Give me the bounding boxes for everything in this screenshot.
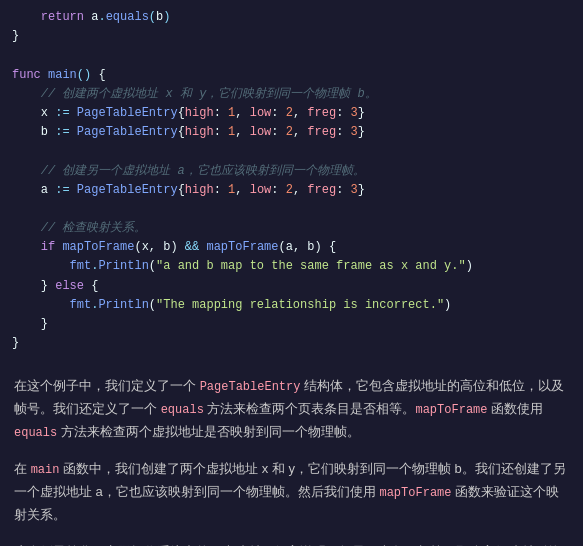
var: a <box>286 240 293 254</box>
code-line-blank <box>12 46 571 65</box>
brace: { <box>178 106 185 120</box>
comma: , <box>235 125 242 139</box>
num: 3 <box>351 125 358 139</box>
num: 2 <box>286 125 293 139</box>
brace: } <box>12 336 19 350</box>
paren: ( <box>278 240 285 254</box>
field: high <box>185 183 214 197</box>
colon: : <box>271 183 278 197</box>
keyword: return <box>41 10 84 24</box>
code-line: b := PageTableEntry{high: 1, low: 2, fre… <box>12 123 571 142</box>
brace: } <box>358 106 365 120</box>
brace: { <box>178 125 185 139</box>
colon: : <box>214 106 221 120</box>
keyword: func <box>12 68 41 82</box>
comma: , <box>149 240 156 254</box>
func-call: Println <box>98 298 148 312</box>
paren: ) <box>466 259 473 273</box>
pkg: fmt <box>70 298 92 312</box>
brace: } <box>12 29 19 43</box>
field: freg <box>307 125 336 139</box>
comment-text: // 检查映射关系。 <box>41 221 147 235</box>
code-line: return a.equals(b) <box>12 8 571 27</box>
inline-code: PageTableEntry <box>200 380 301 394</box>
field: low <box>250 183 272 197</box>
code-line: fmt.Println("The mapping relationship is… <box>12 296 571 315</box>
field: high <box>185 106 214 120</box>
code-comment: // 创建两个虚拟地址 x 和 y，它们映射到同一个物理帧 b。 <box>12 85 571 104</box>
type-name: PageTableEntry <box>77 183 178 197</box>
brace: } <box>41 317 48 331</box>
code-line: a := PageTableEntry{high: 1, low: 2, fre… <box>12 181 571 200</box>
var: x <box>41 106 48 120</box>
code-line: fmt.Println("a and b map to the same fra… <box>12 257 571 276</box>
num: 2 <box>286 183 293 197</box>
paren: ( <box>149 259 156 273</box>
comma: , <box>293 125 300 139</box>
code-line-blank <box>12 200 571 219</box>
pkg: fmt <box>70 259 92 273</box>
func-call: mapToFrame <box>206 240 278 254</box>
comma: , <box>235 106 242 120</box>
main-container: return a.equals(b) } func main() { // 创建… <box>0 0 583 546</box>
prose-paragraph-2: 在 main 函数中，我们创建了两个虚拟地址 x 和 y，它们映射到同一个物理帧… <box>14 458 569 527</box>
code-block: return a.equals(b) } func main() { // 创建… <box>0 0 583 365</box>
paren: ( <box>149 298 156 312</box>
code-line: } else { <box>12 277 571 296</box>
brace: } <box>358 183 365 197</box>
paren: ) <box>444 298 451 312</box>
inline-code: equals <box>161 403 204 417</box>
paren: ( <box>134 240 141 254</box>
var: x <box>142 240 149 254</box>
punct: ) <box>163 10 170 24</box>
prose-block: 在这个例子中，我们定义了一个 PageTableEntry 结构体，它包含虚拟地… <box>0 365 583 546</box>
brace: } <box>358 125 365 139</box>
inline-code: mapToFrame <box>379 486 451 500</box>
code-line-blank <box>12 142 571 161</box>
num: 2 <box>286 106 293 120</box>
punct: () <box>77 68 91 82</box>
code-line: } <box>12 334 571 353</box>
colon: : <box>214 125 221 139</box>
var: a <box>41 183 48 197</box>
field: high <box>185 125 214 139</box>
comma: , <box>293 106 300 120</box>
code-line: func main() { <box>12 66 571 85</box>
code-line: } <box>12 27 571 46</box>
code-line: x := PageTableEntry{high: 1, low: 2, fre… <box>12 104 571 123</box>
punct: := <box>55 106 69 120</box>
comma: , <box>293 183 300 197</box>
paren: ) <box>315 240 322 254</box>
comma: , <box>235 183 242 197</box>
var: b <box>41 125 48 139</box>
brace: { <box>91 279 98 293</box>
paren: ) <box>170 240 177 254</box>
field: low <box>250 106 272 120</box>
punct: ( <box>149 10 156 24</box>
colon: : <box>336 125 343 139</box>
field: freg <box>307 183 336 197</box>
inline-code: main <box>31 463 60 477</box>
field: freg <box>307 106 336 120</box>
colon: : <box>271 106 278 120</box>
inline-code: equals <box>14 426 57 440</box>
code-line: if mapToFrame(x, b) && mapToFrame(a, b) … <box>12 238 571 257</box>
func-call: equals <box>106 10 149 24</box>
func-name: main <box>48 68 77 82</box>
var: b <box>307 240 314 254</box>
code-comment: // 检查映射关系。 <box>12 219 571 238</box>
punct: := <box>55 125 69 139</box>
inline-code: mapToFrame <box>415 403 487 417</box>
num: 3 <box>351 106 358 120</box>
func-call: Println <box>98 259 148 273</box>
colon: : <box>214 183 221 197</box>
string: "The mapping relationship is incorrect." <box>156 298 444 312</box>
prose-paragraph-3: 这个例子简化了实际操作系统中的页表映射，但它说明了如果页表条目相等，那么它们映射… <box>14 541 569 546</box>
func-call: mapToFrame <box>62 240 134 254</box>
type-name: PageTableEntry <box>77 106 178 120</box>
punct: := <box>55 183 69 197</box>
brace: { <box>98 68 105 82</box>
comment-text: // 创建另一个虚拟地址 a，它也应该映射到同一个物理帧。 <box>41 164 365 178</box>
field: low <box>250 125 272 139</box>
prose-paragraph-1: 在这个例子中，我们定义了一个 PageTableEntry 结构体，它包含虚拟地… <box>14 375 569 444</box>
